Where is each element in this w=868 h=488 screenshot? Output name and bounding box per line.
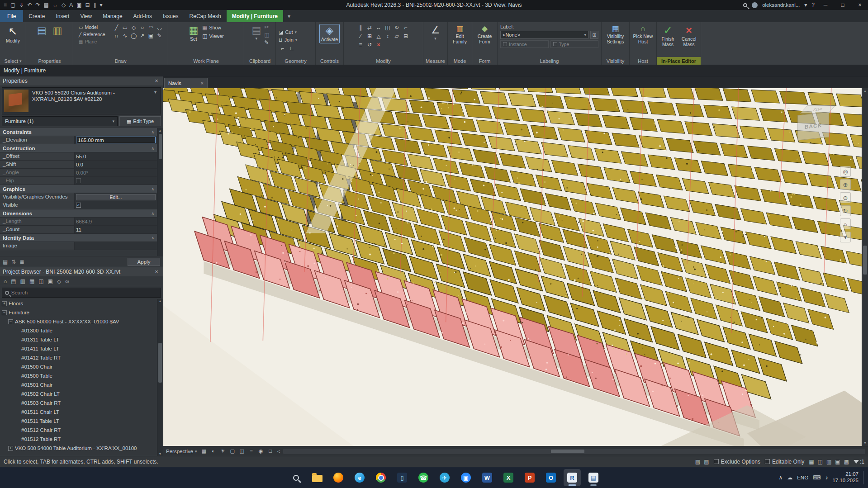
rectangle-icon[interactable]: ▭ [121, 24, 129, 31]
draw-option-reference[interactable]: ╱Reference [78, 31, 110, 38]
scale-icon[interactable]: △ [375, 33, 383, 40]
property-value-active[interactable]: 165.00 mm [76, 137, 156, 143]
language-indicator[interactable]: ENG [797, 475, 808, 480]
word-icon[interactable]: W [479, 469, 496, 486]
property-checkbox[interactable] [76, 178, 81, 183]
excel-icon[interactable]: X [500, 469, 517, 486]
pin-icon[interactable]: ▱ [393, 33, 401, 40]
sketch-icon[interactable]: ✎ [156, 32, 163, 39]
finish-mass-button[interactable]: ✓ Finish Mass [659, 24, 677, 48]
property-value[interactable] [75, 242, 157, 250]
tree-item[interactable]: #01500 Table [0, 371, 163, 380]
cut-clipboard-icon[interactable]: ✂ [264, 24, 269, 30]
panel-labeling-label[interactable]: Labeling [498, 57, 601, 65]
cancel-mass-button[interactable]: × Cancel Mass [679, 24, 699, 48]
ellipse-icon[interactable]: ◯ [130, 32, 138, 39]
tab-recap-mesh[interactable]: ReCap Mesh [184, 10, 227, 22]
undo-mod-icon[interactable]: ↺ [366, 41, 374, 48]
tab-create[interactable]: Create [23, 10, 50, 22]
draw-option-plane[interactable]: ▦Plane [78, 38, 110, 45]
split-icon[interactable]: ∕ [357, 33, 365, 40]
property-value[interactable]: 165.00 mm [75, 136, 157, 144]
firefox-icon[interactable] [330, 469, 347, 486]
panel-geometry-label[interactable]: Geometry [276, 57, 315, 65]
properties-header[interactable]: Properties × [0, 76, 163, 85]
print-icon[interactable]: ▤ [44, 0, 49, 9]
wall-joins-icon[interactable]: ∟ [288, 45, 296, 52]
panel-draw-label[interactable]: Draw [73, 57, 168, 65]
3d-scene[interactable]: ⌂ TOP BACK ◎⊕⊖↻⌂▾ [163, 88, 862, 446]
panel-controls-label[interactable]: Controls [316, 57, 343, 65]
tree-scroll-up-icon[interactable]: ▲ [157, 299, 163, 303]
powerpoint-icon[interactable]: P [521, 469, 538, 486]
measure-qat-icon[interactable]: ↔ [52, 0, 58, 9]
tree-item[interactable]: +VKO 500 54000 Table Auditorium - XX'RA'… [0, 444, 163, 453]
show-work-plane-button[interactable]: ▦Show [201, 24, 224, 31]
tree-scrollbar[interactable]: ▲ ▼ [157, 299, 163, 456]
reveal-hidden-icon[interactable]: ◉ [257, 448, 265, 454]
tree-item[interactable]: #01501 Chair [0, 380, 163, 389]
panel-work-plane-label[interactable]: Work Plane [168, 57, 244, 65]
tree-item[interactable]: #01512 Chair RT [0, 426, 163, 435]
open-icon[interactable]: ▢ [10, 0, 15, 9]
property-group-graphics[interactable]: Graphics∧ [0, 185, 157, 193]
cope-icon[interactable]: ⌐ [279, 45, 286, 52]
view-properties-icon[interactable]: □ [267, 448, 274, 454]
properties-palette-icon[interactable]: ▤ [35, 24, 49, 38]
tree-item[interactable]: #01500 Chair [0, 362, 163, 371]
circle-icon[interactable]: ○ [138, 24, 146, 31]
avatar[interactable] [752, 2, 758, 8]
select-underlay-icon[interactable]: ◫ [818, 459, 823, 465]
show-desktop-button[interactable] [863, 471, 864, 484]
label-options-button[interactable]: ⊞ [590, 31, 598, 39]
orbit-icon[interactable]: ↻ [840, 205, 851, 216]
visual-style-icon[interactable]: ▦ [200, 448, 208, 454]
move-icon[interactable]: ↔ [375, 24, 383, 31]
phone-link-icon[interactable]: ▯ [394, 469, 411, 486]
unpin-icon[interactable]: ⊟ [402, 33, 410, 40]
prop-sort-icon[interactable]: ▤ [3, 259, 8, 265]
prop-scroll-thumb[interactable] [159, 134, 162, 159]
perspective-control[interactable]: Perspective ▾ [166, 449, 197, 454]
design-options-icon[interactable]: ▨ [704, 459, 709, 465]
tree-item[interactable]: #01412 Table RT [0, 353, 163, 362]
view-cube[interactable]: ⌂ TOP BACK [794, 104, 839, 148]
set-work-plane-button[interactable]: ▦ Set [187, 24, 199, 43]
copy-clipboard-icon[interactable]: ◫ [264, 32, 269, 38]
hscroll-left-icon[interactable]: < [277, 449, 280, 454]
undo-icon[interactable]: ↶ [27, 0, 32, 9]
tab-manage[interactable]: Manage [97, 10, 128, 22]
pb-schedules-icon[interactable]: ▦ [29, 278, 34, 284]
touch-keyboard-icon[interactable]: ⌨ [813, 474, 821, 481]
property-value[interactable]: 11 [75, 226, 157, 233]
tree-item[interactable]: #01512 Table RT [0, 435, 163, 444]
pb-legends-icon[interactable]: ▥ [20, 278, 25, 284]
view-cube-back-face[interactable]: BACK [797, 112, 829, 140]
create-form-button[interactable]: ◆ Create Form [474, 24, 495, 45]
editable-only-toggle[interactable]: Editable Only [765, 459, 804, 465]
app-menu-icon[interactable]: ≡ [4, 0, 7, 9]
start-button[interactable] [266, 469, 283, 486]
tab-view[interactable]: View [75, 10, 97, 22]
view-tab-close-icon[interactable]: × [201, 81, 204, 86]
selection-filter-dropdown[interactable]: Furniture (1) ▾ [2, 116, 118, 126]
modify-tool-button[interactable]: ↖ Modify [5, 24, 21, 44]
crop-view-icon[interactable]: ▢ [229, 448, 236, 454]
pick-new-host-button[interactable]: ⌂ Pick New Host [631, 24, 655, 45]
tab-insert[interactable]: Insert [50, 10, 75, 22]
work-plane-viewer-button[interactable]: ◫Viewer [201, 33, 224, 40]
help-icon[interactable]: ? [811, 0, 815, 9]
cut-geometry-button[interactable]: ◪Cut▾ [278, 28, 313, 36]
tree-expand-icon[interactable]: − [2, 310, 7, 315]
array-icon[interactable]: ⊞ [366, 33, 374, 40]
project-browser-close-icon[interactable]: × [153, 269, 160, 275]
chrome-icon[interactable] [372, 469, 389, 486]
panel-visibility-label[interactable]: Visibility [602, 57, 629, 65]
tree-item[interactable]: #01511 Chair LT [0, 407, 163, 417]
onedrive-icon[interactable]: ☁ [787, 474, 792, 481]
arc-center-icon[interactable]: ◡ [156, 24, 163, 31]
type-selector[interactable]: VKO 500 55020 Chairs Auditorium - XX'RA'… [2, 87, 161, 114]
prop-order-icon[interactable]: ⇅ [11, 259, 16, 265]
align-icon[interactable]: ∥ [357, 24, 365, 31]
property-value[interactable]: 55.0 [75, 152, 157, 160]
